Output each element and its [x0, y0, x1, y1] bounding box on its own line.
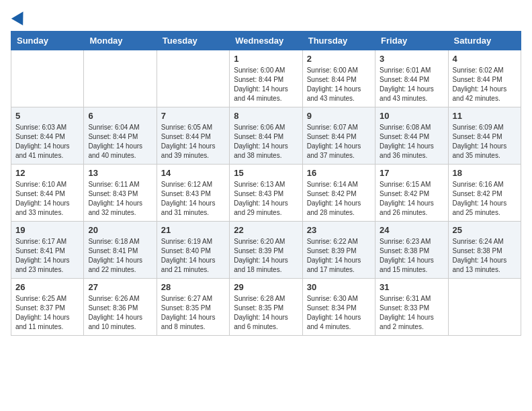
- calendar-cell: 23Sunrise: 6:22 AMSunset: 8:39 PMDayligh…: [302, 222, 375, 279]
- calendar-cell: 8Sunrise: 6:06 AMSunset: 8:44 PMDaylight…: [230, 107, 302, 165]
- calendar-cell: 20Sunrise: 6:18 AMSunset: 8:41 PMDayligh…: [84, 222, 157, 279]
- calendar-week-row: 19Sunrise: 6:17 AMSunset: 8:41 PMDayligh…: [11, 222, 521, 279]
- calendar-cell: 4Sunrise: 6:02 AMSunset: 8:44 PMDaylight…: [448, 50, 521, 107]
- day-info: Sunrise: 6:13 AMSunset: 8:43 PMDaylight:…: [234, 180, 298, 218]
- day-info: Sunrise: 6:27 AMSunset: 8:35 PMDaylight:…: [161, 294, 225, 332]
- day-info: Sunrise: 6:23 AMSunset: 8:38 PMDaylight:…: [380, 237, 443, 275]
- calendar-cell: 9Sunrise: 6:07 AMSunset: 8:44 PMDaylight…: [302, 107, 375, 165]
- day-number: 29: [234, 282, 298, 292]
- day-number: 3: [380, 54, 443, 64]
- calendar-week-row: 1Sunrise: 6:00 AMSunset: 8:44 PMDaylight…: [11, 50, 521, 107]
- day-info: Sunrise: 6:25 AMSunset: 8:37 PMDaylight:…: [15, 294, 79, 332]
- weekday-header-wednesday: Wednesday: [230, 32, 302, 50]
- calendar-cell: 6Sunrise: 6:04 AMSunset: 8:44 PMDaylight…: [84, 107, 157, 165]
- day-number: 6: [88, 111, 152, 121]
- day-number: 16: [307, 168, 371, 178]
- calendar-cell: 7Sunrise: 6:05 AMSunset: 8:44 PMDaylight…: [157, 107, 229, 165]
- day-number: 14: [161, 168, 225, 178]
- calendar-cell: 26Sunrise: 6:25 AMSunset: 8:37 PMDayligh…: [11, 279, 84, 336]
- day-number: 1: [234, 54, 298, 64]
- weekday-header-monday: Monday: [84, 32, 157, 50]
- calendar-cell: 1Sunrise: 6:00 AMSunset: 8:44 PMDaylight…: [230, 50, 302, 107]
- day-info: Sunrise: 6:04 AMSunset: 8:44 PMDaylight:…: [88, 123, 152, 161]
- calendar-cell: [11, 50, 84, 107]
- weekday-header-saturday: Saturday: [448, 32, 521, 50]
- day-number: 21: [161, 225, 225, 235]
- calendar-cell: 28Sunrise: 6:27 AMSunset: 8:35 PMDayligh…: [157, 279, 229, 336]
- day-info: Sunrise: 6:15 AMSunset: 8:42 PMDaylight:…: [380, 180, 443, 218]
- day-number: 19: [15, 225, 79, 235]
- logo-triangle-icon: [11, 8, 29, 26]
- calendar-cell: 27Sunrise: 6:26 AMSunset: 8:36 PMDayligh…: [84, 279, 157, 336]
- calendar-cell: 11Sunrise: 6:09 AMSunset: 8:44 PMDayligh…: [448, 107, 521, 165]
- day-number: 12: [15, 168, 79, 178]
- weekday-header-thursday: Thursday: [302, 32, 375, 50]
- calendar-cell: 19Sunrise: 6:17 AMSunset: 8:41 PMDayligh…: [11, 222, 84, 279]
- day-number: 18: [453, 168, 517, 178]
- page-header: [11, 11, 521, 23]
- day-info: Sunrise: 6:09 AMSunset: 8:44 PMDaylight:…: [453, 123, 517, 161]
- day-number: 27: [88, 282, 152, 292]
- calendar-cell: 3Sunrise: 6:01 AMSunset: 8:44 PMDaylight…: [375, 50, 448, 107]
- day-number: 20: [88, 225, 152, 235]
- calendar-cell: 2Sunrise: 6:00 AMSunset: 8:44 PMDaylight…: [302, 50, 375, 107]
- day-info: Sunrise: 6:08 AMSunset: 8:44 PMDaylight:…: [380, 123, 443, 161]
- day-info: Sunrise: 6:01 AMSunset: 8:44 PMDaylight:…: [380, 66, 443, 103]
- calendar-cell: 12Sunrise: 6:10 AMSunset: 8:44 PMDayligh…: [11, 165, 84, 222]
- day-info: Sunrise: 6:30 AMSunset: 8:34 PMDaylight:…: [307, 294, 371, 332]
- calendar-week-row: 12Sunrise: 6:10 AMSunset: 8:44 PMDayligh…: [11, 165, 521, 222]
- day-info: Sunrise: 6:00 AMSunset: 8:44 PMDaylight:…: [234, 66, 298, 103]
- day-info: Sunrise: 6:20 AMSunset: 8:39 PMDaylight:…: [234, 237, 298, 275]
- calendar-cell: 24Sunrise: 6:23 AMSunset: 8:38 PMDayligh…: [375, 222, 448, 279]
- day-info: Sunrise: 6:03 AMSunset: 8:44 PMDaylight:…: [15, 123, 79, 161]
- day-number: 22: [234, 225, 298, 235]
- day-info: Sunrise: 6:12 AMSunset: 8:43 PMDaylight:…: [161, 180, 225, 218]
- day-number: 2: [307, 54, 371, 64]
- day-info: Sunrise: 6:19 AMSunset: 8:40 PMDaylight:…: [161, 237, 225, 275]
- calendar-cell: 29Sunrise: 6:28 AMSunset: 8:35 PMDayligh…: [230, 279, 302, 336]
- day-info: Sunrise: 6:24 AMSunset: 8:38 PMDaylight:…: [453, 237, 517, 275]
- day-info: Sunrise: 6:14 AMSunset: 8:42 PMDaylight:…: [307, 180, 371, 218]
- day-number: 15: [234, 168, 298, 178]
- calendar-week-row: 5Sunrise: 6:03 AMSunset: 8:44 PMDaylight…: [11, 107, 521, 165]
- day-number: 10: [380, 111, 443, 121]
- weekday-header-sunday: Sunday: [11, 32, 84, 50]
- day-info: Sunrise: 6:06 AMSunset: 8:44 PMDaylight:…: [234, 123, 298, 161]
- day-number: 31: [380, 282, 443, 292]
- day-number: 9: [307, 111, 371, 121]
- day-info: Sunrise: 6:18 AMSunset: 8:41 PMDaylight:…: [88, 237, 152, 275]
- day-info: Sunrise: 6:16 AMSunset: 8:42 PMDaylight:…: [453, 180, 517, 218]
- day-number: 7: [161, 111, 225, 121]
- day-number: 8: [234, 111, 298, 121]
- day-info: Sunrise: 6:26 AMSunset: 8:36 PMDaylight:…: [88, 294, 152, 332]
- calendar-cell: 17Sunrise: 6:15 AMSunset: 8:42 PMDayligh…: [375, 165, 448, 222]
- day-info: Sunrise: 6:00 AMSunset: 8:44 PMDaylight:…: [307, 66, 371, 103]
- day-number: 4: [453, 54, 517, 64]
- calendar-cell: 25Sunrise: 6:24 AMSunset: 8:38 PMDayligh…: [448, 222, 521, 279]
- weekday-header-tuesday: Tuesday: [157, 32, 229, 50]
- day-number: 23: [307, 225, 371, 235]
- day-info: Sunrise: 6:10 AMSunset: 8:44 PMDaylight:…: [15, 180, 79, 218]
- logo: [11, 11, 27, 23]
- calendar-cell: 15Sunrise: 6:13 AMSunset: 8:43 PMDayligh…: [230, 165, 302, 222]
- day-info: Sunrise: 6:31 AMSunset: 8:33 PMDaylight:…: [380, 294, 443, 332]
- calendar-cell: 16Sunrise: 6:14 AMSunset: 8:42 PMDayligh…: [302, 165, 375, 222]
- day-info: Sunrise: 6:07 AMSunset: 8:44 PMDaylight:…: [307, 123, 371, 161]
- calendar-cell: [157, 50, 229, 107]
- day-number: 24: [380, 225, 443, 235]
- calendar-header-row: SundayMondayTuesdayWednesdayThursdayFrid…: [11, 32, 521, 50]
- day-info: Sunrise: 6:28 AMSunset: 8:35 PMDaylight:…: [234, 294, 298, 332]
- calendar-cell: 13Sunrise: 6:11 AMSunset: 8:43 PMDayligh…: [84, 165, 157, 222]
- day-info: Sunrise: 6:17 AMSunset: 8:41 PMDaylight:…: [15, 237, 79, 275]
- day-number: 11: [453, 111, 517, 121]
- day-number: 28: [161, 282, 225, 292]
- calendar-cell: 30Sunrise: 6:30 AMSunset: 8:34 PMDayligh…: [302, 279, 375, 336]
- calendar-cell: 5Sunrise: 6:03 AMSunset: 8:44 PMDaylight…: [11, 107, 84, 165]
- day-info: Sunrise: 6:02 AMSunset: 8:44 PMDaylight:…: [453, 66, 517, 103]
- day-info: Sunrise: 6:05 AMSunset: 8:44 PMDaylight:…: [161, 123, 225, 161]
- calendar-cell: 14Sunrise: 6:12 AMSunset: 8:43 PMDayligh…: [157, 165, 229, 222]
- calendar-cell: 18Sunrise: 6:16 AMSunset: 8:42 PMDayligh…: [448, 165, 521, 222]
- day-number: 17: [380, 168, 443, 178]
- day-number: 30: [307, 282, 371, 292]
- day-number: 5: [15, 111, 79, 121]
